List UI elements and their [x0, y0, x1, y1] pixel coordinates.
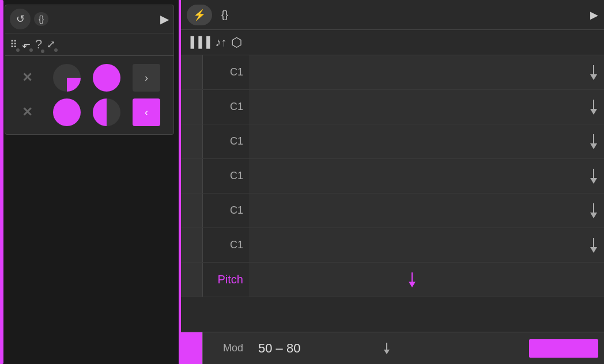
circle-full-pink-2[interactable]: [53, 98, 81, 126]
marker-line-2: [593, 100, 594, 109]
track-marker-4: [590, 169, 597, 184]
x-button-1[interactable]: ✕: [22, 70, 32, 85]
mod-left-box: [181, 332, 203, 364]
marker-triangle-5: [590, 213, 597, 218]
pitch-marker-triangle: [409, 282, 416, 287]
play-icon: ▶: [160, 13, 169, 25]
music-button[interactable]: ♪↑: [215, 36, 226, 49]
marker-line-3: [593, 134, 594, 143]
grid-cell-arrow-left[interactable]: ‹: [129, 95, 164, 130]
arrow-left-button[interactable]: ‹: [133, 98, 160, 126]
pitch-track[interactable]: [249, 263, 604, 297]
marker-triangle-3: [590, 143, 597, 149]
question-icon: ?: [35, 37, 42, 51]
diamond-button[interactable]: ⬡: [231, 35, 242, 50]
row-left-box-4: [181, 159, 203, 193]
marker-line-5: [593, 203, 594, 213]
right-panel: ⚡ {} ▶ ▐▐▐ ♪↑ ⬡ C1: [179, 0, 604, 364]
grid-cell-arrow-right[interactable]: ›: [129, 60, 164, 95]
row-track-6[interactable]: [249, 228, 604, 262]
row-label-2: C1: [203, 101, 249, 113]
pattern-grid: ✕ › ✕ ‹: [5, 56, 173, 134]
right-toolbar: ⚡ {} ▶: [181, 0, 604, 30]
loop-icon: ↺: [16, 13, 25, 25]
grid-cell-full-pink-2[interactable]: [50, 95, 84, 130]
marker-line-1: [593, 65, 594, 74]
left-toolbar-row: ↺ {} ▶: [5, 5, 173, 33]
bars-icon: ▐▐▐: [187, 36, 210, 48]
import-button[interactable]: ⬐: [22, 38, 31, 51]
mod-pink-bar[interactable]: [529, 339, 598, 358]
circle-quarter-pink[interactable]: [53, 64, 81, 92]
marker-triangle-2: [590, 109, 597, 115]
marker-triangle-6: [590, 247, 597, 253]
grid-cell-full-pink-1[interactable]: [89, 60, 124, 95]
mod-marker-line: [386, 343, 387, 350]
row-label-3: C1: [203, 135, 249, 147]
import-icon: ⬐: [22, 39, 31, 50]
right-braces-icon: {}: [221, 9, 228, 20]
track-marker-1: [590, 65, 597, 80]
pitch-marker-line: [412, 272, 413, 282]
right-play-button[interactable]: ▶: [590, 9, 598, 21]
expand-button[interactable]: ⤢: [47, 38, 55, 51]
row-track-4[interactable]: [249, 159, 604, 193]
pitch-row: Pitch: [181, 263, 604, 297]
braces-icon: {}: [39, 14, 44, 24]
bars-button[interactable]: ▐▐▐: [187, 36, 210, 48]
diamond-icon: ⬡: [231, 35, 242, 50]
row-track-1[interactable]: [249, 55, 604, 89]
mod-value: 50 – 80: [249, 341, 300, 356]
marker-triangle-1: [590, 74, 597, 80]
circle-full-pink-1[interactable]: [93, 64, 120, 92]
loop-button[interactable]: ↺: [10, 9, 31, 29]
row-label-4: C1: [203, 170, 249, 182]
braces-button[interactable]: {}: [34, 12, 48, 26]
arrow-right-button[interactable]: ›: [133, 64, 160, 92]
dots-button[interactable]: ⠿: [10, 38, 17, 51]
row-left-box-6: [181, 228, 203, 262]
left-accent-bar: [0, 0, 3, 364]
right-braces-button[interactable]: {}: [217, 6, 233, 23]
left-panel: ↺ {} ▶ ⠿ ⬐ ? ⤢: [0, 0, 179, 364]
grid-cell-x2[interactable]: ✕: [10, 95, 44, 130]
right-toolbar2: ▐▐▐ ♪↑ ⬡: [181, 30, 604, 55]
mod-track-marker: [384, 343, 390, 354]
pitch-label: Pitch: [203, 273, 249, 286]
question-badge: [41, 50, 44, 53]
question-button[interactable]: ?: [35, 37, 42, 52]
seq-row-1: C1: [181, 55, 604, 90]
sequence-rows: C1 C1 C1: [181, 55, 604, 332]
seq-row-3: C1: [181, 124, 604, 159]
track-marker-5: [590, 203, 597, 218]
row-track-5[interactable]: [249, 194, 604, 227]
grid-cell-x1[interactable]: ✕: [10, 60, 44, 95]
row-track-2[interactable]: [249, 90, 604, 124]
marker-triangle-4: [590, 178, 597, 184]
mod-label: Mod: [203, 342, 249, 354]
left-panel-inner: ↺ {} ▶ ⠿ ⬐ ? ⤢: [5, 5, 174, 135]
seq-row-5: C1: [181, 194, 604, 228]
track-marker-3: [590, 134, 597, 149]
grid-cell-half-pink[interactable]: [89, 95, 124, 130]
circle-half-pink[interactable]: [93, 98, 120, 126]
row-label-5: C1: [203, 204, 249, 217]
row-left-box-1: [181, 55, 203, 89]
grid-cell-quarter-pink[interactable]: [50, 60, 84, 95]
row-left-box-3: [181, 124, 203, 158]
x-button-2[interactable]: ✕: [22, 105, 32, 120]
pitch-track-marker: [409, 272, 416, 287]
row-label-1: C1: [203, 66, 249, 78]
seq-row-2: C1: [181, 90, 604, 124]
play-button[interactable]: ▶: [160, 12, 169, 26]
row-track-3[interactable]: [249, 124, 604, 158]
mod-track[interactable]: 50 – 80: [249, 332, 604, 364]
lightning-button[interactable]: ⚡: [187, 5, 212, 25]
track-marker-6: [590, 238, 597, 253]
music-icon: ♪↑: [215, 36, 226, 48]
marker-line-4: [593, 169, 594, 178]
mod-row: Mod 50 – 80: [181, 332, 604, 364]
track-marker-2: [590, 100, 597, 115]
left-icons-row: ⠿ ⬐ ? ⤢: [5, 33, 173, 56]
dots-badge: [16, 48, 20, 52]
